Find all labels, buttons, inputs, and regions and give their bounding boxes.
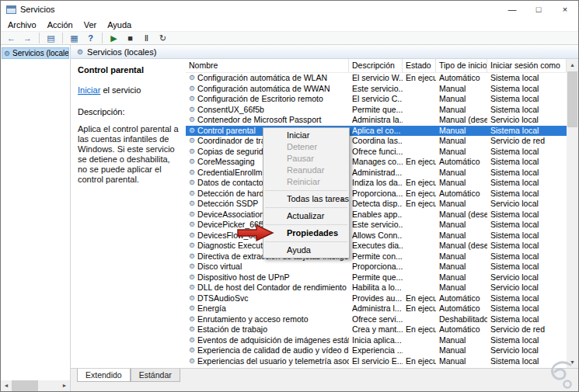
service-status [403, 126, 436, 137]
service-logon-as: Sistema local [487, 157, 567, 168]
context-menu: IniciarDetenerPausarReanudarReiniciarTod… [263, 127, 350, 258]
context-menu-item-iniciar[interactable]: Iniciar [263, 130, 349, 141]
service-row[interactable]: ⚙DeviceAssociationSEnables app...Manual … [186, 210, 567, 220]
service-description: Este servicio... [349, 84, 403, 95]
tab-extendido[interactable]: Extendido [77, 369, 131, 382]
service-description: Proporciona... [349, 262, 403, 272]
service-row[interactable]: ⚙Enrutamiento y acceso remotoOfrece serv… [186, 314, 567, 325]
service-row[interactable]: ⚙Estación de trabajoCrea y mant...En eje… [186, 324, 567, 335]
service-status: En ejecu... [403, 178, 436, 189]
column-header-nombre[interactable]: Nombre [186, 59, 349, 72]
minimize-button[interactable]: — [499, 1, 525, 18]
menu-separator [265, 190, 347, 191]
service-description: Manages co... [349, 157, 403, 168]
service-row[interactable]: ⚙Dispositivo host de UPnPPermite que...M… [186, 272, 567, 283]
service-row[interactable]: ⚙Directiva de extracción de tarjetas int… [186, 252, 567, 262]
pause-service-icon[interactable]: Ⅱ [139, 32, 154, 44]
service-name-cell: ⚙Energía [186, 304, 349, 314]
scrollbar-thumb[interactable] [12, 380, 38, 391]
service-status [403, 283, 436, 293]
service-row[interactable]: ⚙DTSAudioSvcProvides au...En ejecu...Aut… [186, 293, 567, 304]
title-bar[interactable]: Servicios — □ × [1, 1, 578, 18]
service-logon-as: Sistema local [487, 220, 567, 231]
service-row[interactable]: ⚙CoreMessagingManages co...En ejecu...Au… [186, 157, 567, 168]
menu-accion[interactable]: Acción [42, 20, 78, 29]
service-row[interactable]: ⚙Datos de contactosIndiza los da...En ej… [186, 178, 567, 189]
forward-icon[interactable]: → [20, 32, 35, 44]
close-button[interactable]: × [552, 1, 578, 18]
service-row[interactable]: ⚙Configuración de Escritorio remotoEl se… [186, 94, 567, 105]
service-logon-as: Servicio local [487, 345, 567, 356]
service-startup-type: Automático [436, 189, 487, 199]
service-name: Configuración de Escritorio remoto [197, 94, 323, 105]
service-row[interactable]: ⚙Contenedor de Microsoft PassportAdminis… [186, 115, 567, 126]
service-description: Habilita a lo... [349, 283, 403, 293]
scroll-left-icon[interactable]: ◄ [1, 380, 12, 391]
tree-horizontal-scrollbar[interactable]: ◄ ► [1, 380, 70, 391]
scrollbar-thumb[interactable] [567, 71, 577, 127]
column-header-tipo-de-inicio[interactable]: Tipo de inicio [436, 59, 487, 72]
tree-item-servicios-locales[interactable]: ⚙ Servicios (locales) [2, 47, 69, 59]
help-icon[interactable]: ? [83, 32, 98, 44]
service-row[interactable]: ⚙Configuración automática de WWANEste se… [186, 84, 567, 95]
service-status [403, 314, 436, 325]
restart-service-icon[interactable]: ↻ [155, 32, 170, 44]
service-row[interactable]: ⚙EnergíaAdministra l...En ejecu...Automá… [186, 304, 567, 314]
service-gear-icon: ⚙ [189, 126, 195, 137]
column-header-descripcion[interactable]: Descripción [349, 59, 403, 72]
service-row[interactable]: ⚙Detección de hardwProporciona...En ejec… [186, 189, 567, 199]
menu-archivo[interactable]: Archivo [2, 20, 42, 29]
table-vertical-scrollbar[interactable]: ▲ ▼ [567, 59, 578, 368]
column-header-estado[interactable]: Estado [403, 59, 436, 72]
maximize-button[interactable]: □ [525, 1, 552, 18]
column-header-iniciar-sesion-como[interactable]: Iniciar sesión como [487, 59, 567, 72]
service-name: Energía [197, 304, 226, 314]
service-startup-type: Manual [436, 105, 487, 116]
service-description: Proporciona... [349, 189, 403, 199]
service-status: En ejecu... [403, 304, 436, 314]
service-name: Detección de hardw [197, 189, 270, 199]
context-menu-item-ayuda[interactable]: Ayuda [263, 245, 349, 256]
service-row[interactable]: ⚙Eventos de adquisición de imágenes está… [186, 335, 567, 346]
properties-icon[interactable]: ▦ [67, 32, 82, 44]
context-menu-item-actualizar[interactable]: Actualizar [263, 210, 349, 222]
scrollbar-track[interactable] [38, 380, 59, 391]
service-logon-as: Sistema local [487, 94, 567, 105]
scroll-up-icon[interactable]: ▲ [567, 59, 578, 71]
service-row[interactable]: ⚙Coordinador de traCoordina las...Manual… [186, 136, 567, 147]
service-row[interactable]: ⚙CredentialEnrollmAdministrad...ManualSi… [186, 168, 567, 179]
service-description: Inicia aplica... [349, 335, 403, 346]
service-row[interactable]: ⚙Disco virtualProporciona...ManualSistem… [186, 262, 567, 272]
menu-ver[interactable]: Ver [78, 20, 103, 29]
service-name: Disco virtual [197, 262, 242, 272]
service-row[interactable]: ⚙ConsentUX_66f5bPermite que...ManualSist… [186, 105, 567, 116]
status-strip [71, 382, 578, 391]
menu-separator [265, 224, 347, 225]
stop-service-icon[interactable]: ■ [123, 32, 138, 44]
service-description: Coordina las... [349, 136, 403, 147]
service-row[interactable]: ⚙Experiencias del usuario y telemetría a… [186, 356, 567, 367]
start-service-icon[interactable]: ▶ [106, 32, 121, 44]
start-service-link[interactable]: Iniciar [78, 85, 100, 95]
tab-estandar[interactable]: Estándar [131, 369, 180, 382]
context-menu-item-todas-las-tareas[interactable]: Todas las tareas▸ [263, 193, 349, 205]
service-row[interactable]: ⚙Control parentalAplica el co...ManualSi… [186, 126, 567, 137]
service-row[interactable]: ⚙Detección SSDPDetecta disp...En ejecu..… [186, 199, 567, 210]
service-row[interactable]: ⚙Configuración automática de WLANEl serv… [186, 73, 567, 84]
service-startup-type: Manual [436, 94, 487, 105]
service-name: Dispositivo host de UPnP [197, 272, 289, 283]
service-name: Detección SSDP [197, 199, 258, 210]
menu-ayuda[interactable]: Ayuda [102, 20, 137, 29]
scroll-right-icon[interactable]: ► [59, 380, 70, 391]
show-console-tree-icon[interactable]: ▤ [44, 32, 58, 44]
service-status [403, 335, 436, 346]
back-icon[interactable]: ← [4, 32, 19, 44]
context-menu-item-propiedades[interactable]: Propiedades [263, 227, 349, 239]
service-gear-icon: ⚙ [189, 115, 195, 126]
service-row[interactable]: ⚙Copias de seguridadOfrece funci...Manua… [186, 147, 567, 158]
service-gear-icon: ⚙ [189, 231, 195, 241]
service-row[interactable]: ⚙Experiencia de calidad de audio y vídeo… [186, 345, 567, 356]
service-row[interactable]: ⚙DLL de host del Contador de rendimiento… [186, 283, 567, 293]
service-description: Provides au... [349, 293, 403, 304]
service-status [403, 345, 436, 356]
